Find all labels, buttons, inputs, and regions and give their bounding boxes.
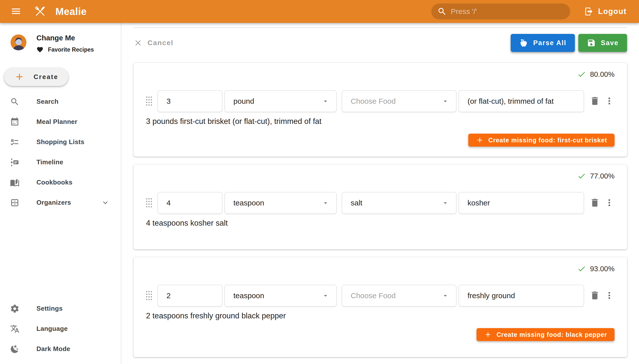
parse-all-button[interactable]: Parse All	[511, 34, 575, 52]
unit-value: teaspoon	[233, 292, 264, 300]
sidebar-item-organizers[interactable]: Organizers	[0, 192, 121, 213]
menu-down-icon	[442, 98, 449, 105]
drag-handle-icon[interactable]	[145, 198, 152, 208]
note-input[interactable]	[468, 199, 577, 207]
favorite-recipes-link[interactable]: Favorite Recipes	[37, 46, 94, 53]
sidebar-item-timeline[interactable]: Timeline	[0, 152, 121, 172]
profile-info: Change Me Favorite Recipes	[37, 32, 94, 53]
confidence-badge: 93.00%	[145, 264, 614, 274]
gear-icon	[10, 304, 20, 314]
app-title: Mealie	[55, 6, 87, 17]
ingredient-fields-row: teaspoon salt	[145, 192, 614, 214]
unit-select[interactable]: teaspoon	[225, 192, 337, 214]
note-field	[459, 90, 584, 112]
sidebar-item-label: Timeline	[37, 158, 63, 166]
original-ingredient-text: 3 pounds first-cut brisket (or flat-cut)…	[145, 116, 614, 127]
note-field	[459, 285, 584, 307]
missing-food-row: Create missing food: first-cut brisket	[145, 134, 614, 146]
quantity-input[interactable]	[166, 97, 215, 106]
food-select[interactable]: Choose Food	[342, 285, 457, 307]
dots-vertical-icon	[604, 198, 614, 208]
save-button[interactable]: Save	[578, 34, 627, 52]
delete-ingredient-button[interactable]	[590, 96, 600, 107]
checklist-icon	[10, 137, 20, 147]
ingredient-menu-button[interactable]	[604, 290, 614, 302]
avatar[interactable]	[11, 34, 27, 50]
create-button[interactable]: Create	[4, 68, 68, 86]
trash-icon	[590, 96, 600, 106]
menu-button[interactable]	[10, 5, 23, 18]
sidebar-bottom-nav: Settings Language Dark Mode	[0, 298, 121, 359]
save-icon	[587, 38, 596, 47]
silverware-logo-icon	[33, 4, 48, 19]
sidebar-item-settings[interactable]: Settings	[0, 298, 121, 318]
missing-food-row: Create missing food: black pepper	[145, 328, 614, 341]
food-select[interactable]: salt	[342, 192, 457, 214]
sidebar-item-label: Language	[37, 325, 68, 332]
chevron-down-icon[interactable]	[101, 198, 110, 207]
organizers-drawer-icon	[10, 198, 20, 208]
unit-select[interactable]: teaspoon	[225, 285, 337, 307]
create-missing-food-button[interactable]: Create missing food: black pepper	[477, 328, 614, 341]
sidebar-item-cookbooks[interactable]: Cookbooks	[0, 172, 121, 192]
sidebar-item-dark-mode[interactable]: Dark Mode	[0, 339, 121, 359]
confidence-badge: 80.00%	[145, 69, 614, 79]
sidebar-item-label: Settings	[37, 305, 63, 312]
open-book-icon	[10, 178, 20, 187]
check-icon	[577, 70, 586, 79]
quantity-input[interactable]	[166, 199, 215, 207]
note-input[interactable]	[468, 97, 577, 106]
drag-handle-icon[interactable]	[145, 96, 152, 106]
unit-value: pound	[233, 97, 254, 106]
plus-icon	[484, 330, 492, 338]
save-label: Save	[601, 39, 618, 47]
create-missing-food-label: Create missing food: first-cut brisket	[488, 136, 607, 144]
ingredient-card: 80.00% pound Choose Food	[134, 63, 627, 156]
confidence-value: 93.00%	[590, 265, 614, 273]
plus-icon	[14, 72, 25, 82]
sidebar-item-label: Shopping Lists	[37, 138, 84, 146]
ingredient-menu-button[interactable]	[604, 96, 614, 107]
quantity-field	[157, 90, 223, 112]
search-bar[interactable]	[431, 4, 570, 20]
sidebar-item-shopping-lists[interactable]: Shopping Lists	[0, 132, 121, 152]
confidence-value: 77.00%	[590, 172, 614, 180]
search-input[interactable]	[451, 7, 564, 16]
dots-vertical-icon	[604, 290, 614, 301]
check-icon	[577, 264, 586, 273]
menu-down-icon	[442, 199, 449, 207]
confidence-badge: 77.00%	[145, 171, 614, 181]
unit-select[interactable]: pound	[225, 90, 337, 112]
delete-ingredient-button[interactable]	[590, 198, 600, 209]
unit-value: teaspoon	[233, 199, 264, 207]
food-select[interactable]: Choose Food	[342, 90, 457, 112]
sidebar-item-label: Search	[37, 98, 59, 106]
delete-ingredient-button[interactable]	[590, 290, 600, 302]
note-input[interactable]	[468, 292, 577, 300]
parse-all-label: Parse All	[533, 39, 566, 47]
ingredient-card: 77.00% teaspoon salt	[134, 164, 627, 249]
note-field	[459, 192, 584, 214]
confidence-value: 80.00%	[590, 70, 614, 78]
sidebar-item-search[interactable]: Search	[0, 92, 121, 112]
cancel-button[interactable]: Cancel	[134, 38, 173, 47]
moon-icon	[10, 344, 20, 354]
sidebar-item-language[interactable]: Language	[0, 318, 121, 339]
hamburger-icon	[11, 6, 22, 17]
create-label: Create	[34, 73, 58, 81]
timeline-icon	[10, 158, 20, 167]
sidebar-item-label: Cookbooks	[37, 178, 72, 186]
create-missing-food-button[interactable]: Create missing food: first-cut brisket	[468, 134, 614, 146]
heart-icon	[37, 46, 44, 53]
quantity-input[interactable]	[166, 292, 215, 300]
sidebar: Change Me Favorite Recipes Create Search…	[0, 23, 121, 364]
toolbar-actions: Parse All Save	[511, 34, 627, 52]
ingredient-cards: 80.00% pound Choose Food	[134, 63, 627, 364]
drag-handle-icon[interactable]	[145, 291, 152, 301]
original-ingredient-text: 4 teaspoons kosher salt	[145, 218, 614, 228]
main-content: Cancel Parse All Save 80.00% p	[122, 23, 639, 364]
ingredient-menu-button[interactable]	[604, 198, 614, 209]
sidebar-item-meal-planner[interactable]: Meal Planner	[0, 112, 121, 132]
logout-button[interactable]: Logout	[584, 7, 626, 16]
menu-down-icon	[442, 292, 449, 300]
